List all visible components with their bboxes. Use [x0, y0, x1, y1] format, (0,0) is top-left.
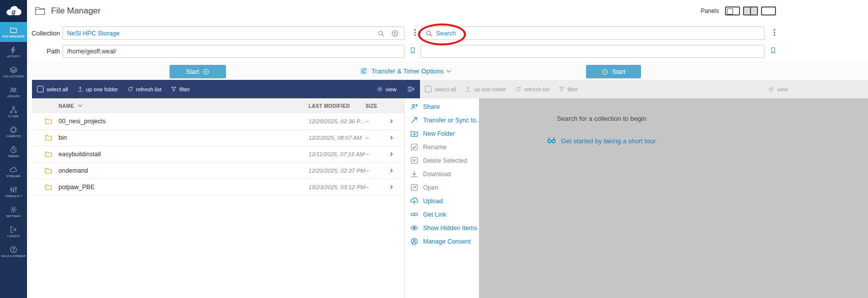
- select-all-checkbox[interactable]: [425, 86, 432, 92]
- bookmark-icon[interactable]: [770, 46, 777, 55]
- transfer-or-sync-menu-item[interactable]: Transfer or Sync to...: [404, 113, 479, 127]
- sidebar-item-timers[interactable]: TIMERS: [0, 142, 27, 162]
- file-name[interactable]: 00_nesi_projects: [58, 118, 106, 125]
- file-modified: 12/11/2025, 07:15 AM: [308, 151, 364, 157]
- sidebar-item-logout[interactable]: LOGOUT: [0, 222, 27, 242]
- path-input[interactable]: [62, 45, 404, 58]
- panels-switcher: Panels: [700, 6, 776, 15]
- folder-icon: [44, 134, 53, 142]
- chevron-right-icon[interactable]: ›: [390, 132, 393, 142]
- sidebar-item-label: CONSOLE: [5, 195, 22, 198]
- transfer-timer-options-button[interactable]: Transfer & Timer Options: [360, 67, 450, 75]
- file-name[interactable]: ondemand: [58, 167, 88, 174]
- share-icon: [410, 102, 418, 111]
- panel-layout-single-button[interactable]: [725, 6, 740, 15]
- open-menu-item[interactable]: Open: [404, 181, 479, 194]
- refresh-list-button[interactable]: refresh list: [515, 86, 550, 92]
- gear-icon: [10, 206, 18, 214]
- search-icon[interactable]: [377, 29, 385, 37]
- folder-icon: [44, 150, 53, 158]
- play-circle-icon: [202, 68, 210, 75]
- file-name[interactable]: potpaw_PBE: [58, 184, 94, 191]
- timers-icon: [10, 146, 18, 154]
- rename-menu-item[interactable]: Rename: [404, 140, 479, 154]
- compute-icon: [10, 126, 18, 134]
- file-size: –: [366, 184, 369, 191]
- table-row[interactable]: ondemand 12/20/2025, 02:37 PM – ›: [32, 163, 404, 179]
- get-link-menu-item[interactable]: Get Link: [404, 208, 479, 221]
- upload-menu-item[interactable]: Upload: [404, 194, 479, 208]
- sidebar-item-label: COMPUTE: [6, 135, 21, 138]
- sidebar-item-help-sitemap[interactable]: HELP & SITEMAP: [0, 242, 27, 262]
- sidebar-item-label: GROUPS: [7, 95, 20, 98]
- tour-link[interactable]: Get started by taking a short tour.: [561, 137, 657, 145]
- chevron-right-icon[interactable]: ›: [390, 165, 393, 175]
- upload-icon: [410, 197, 418, 205]
- bookmark-icon[interactable]: [409, 46, 416, 55]
- file-manager-app: g FILE MANAGER ACTIVITY COLLECTIONS GROU…: [0, 0, 868, 298]
- streams-icon: [10, 166, 18, 174]
- up-one-folder-button[interactable]: up one folder: [465, 86, 506, 92]
- table-header: NAME LAST MODIFIED SIZE: [32, 98, 404, 113]
- sidebar-item-console[interactable]: CONSOLE: [0, 182, 27, 202]
- new-folder-menu-item[interactable]: New Folder: [404, 127, 479, 140]
- sidebar-item-activity[interactable]: ACTIVITY: [0, 42, 27, 62]
- select-all-label[interactable]: select all: [434, 86, 456, 92]
- collapse-panel-icon[interactable]: [406, 85, 415, 93]
- sidebar-item-collections[interactable]: COLLECTIONS: [0, 62, 27, 82]
- path-label: Path: [30, 47, 60, 55]
- size-column-header[interactable]: SIZE: [366, 103, 378, 109]
- modified-column-header[interactable]: LAST MODIFIED: [308, 103, 350, 109]
- sidebar-item-groups[interactable]: GROUPS: [0, 82, 27, 102]
- panel-layout-split-button[interactable]: [743, 6, 758, 15]
- empty-state-message: Search for a collection to begin: [479, 115, 724, 122]
- chevron-right-icon[interactable]: ›: [390, 149, 393, 159]
- chevron-right-icon[interactable]: ›: [390, 182, 393, 192]
- collection-options-menu-icon[interactable]: ⋮: [770, 28, 778, 36]
- table-row[interactable]: potpaw_PBE 10/23/2025, 03:12 PM – ›: [32, 179, 404, 196]
- search-icon[interactable]: [425, 29, 433, 37]
- clear-collection-icon[interactable]: [391, 29, 399, 37]
- select-all-label[interactable]: select all: [46, 86, 68, 92]
- panel-content: NAME LAST MODIFIED SIZE 00_nesi_projects…: [27, 98, 868, 298]
- share-menu-item[interactable]: Share: [404, 100, 479, 113]
- filter-button[interactable]: filter: [170, 86, 190, 92]
- name-column-header[interactable]: NAME: [58, 103, 74, 109]
- up-one-folder-icon: [77, 86, 84, 92]
- sidebar-item-settings[interactable]: SETTINGS: [0, 202, 27, 222]
- logout-icon: [10, 226, 18, 234]
- help-icon: [10, 246, 18, 254]
- sliders-icon: [360, 67, 368, 75]
- sidebar-item-flows[interactable]: FLOWS: [0, 102, 27, 122]
- table-row[interactable]: bin 12/2/2025, 08:07 AM – ›: [32, 130, 404, 146]
- start-transfer-right-button[interactable]: Start: [586, 65, 641, 78]
- activity-icon: [10, 46, 18, 54]
- sidebar-item-compute[interactable]: COMPUTE: [0, 122, 27, 142]
- sort-chevron-icon[interactable]: [78, 103, 82, 107]
- table-row[interactable]: 00_nesi_projects 12/20/2025, 02:36 P... …: [32, 113, 404, 130]
- table-row[interactable]: easybuildinstall 12/11/2025, 07:15 AM – …: [32, 146, 404, 163]
- select-all-checkbox[interactable]: [37, 86, 44, 92]
- show-hidden-items-menu-item[interactable]: Show Hidden Items: [404, 221, 479, 235]
- collection-input[interactable]: [62, 26, 404, 40]
- sidebar-item-file-manager[interactable]: FILE MANAGER: [0, 22, 27, 42]
- globus-logo-icon[interactable]: g: [0, 0, 27, 22]
- filter-button[interactable]: filter: [558, 86, 578, 92]
- download-menu-item[interactable]: Download: [404, 167, 479, 181]
- console-icon: [10, 186, 18, 194]
- search-input[interactable]: [420, 26, 764, 40]
- path-input-right[interactable]: [420, 45, 764, 58]
- view-button[interactable]: view: [376, 86, 396, 92]
- delete-icon: [410, 156, 418, 165]
- panel-layout-full-button[interactable]: [761, 6, 776, 15]
- file-name[interactable]: easybuildinstall: [58, 151, 101, 158]
- chevron-right-icon[interactable]: ›: [390, 116, 393, 126]
- manage-consent-menu-item[interactable]: Manage Consent: [404, 235, 479, 248]
- file-name[interactable]: bin: [58, 134, 67, 141]
- start-transfer-left-button[interactable]: Start: [170, 65, 226, 78]
- view-button[interactable]: view: [768, 86, 788, 92]
- up-one-folder-button[interactable]: up one folder: [77, 86, 118, 92]
- refresh-list-button[interactable]: refresh list: [127, 86, 162, 92]
- delete-selected-menu-item[interactable]: Delete Selected: [404, 154, 479, 167]
- sidebar-item-streams[interactable]: STREAMS: [0, 162, 27, 182]
